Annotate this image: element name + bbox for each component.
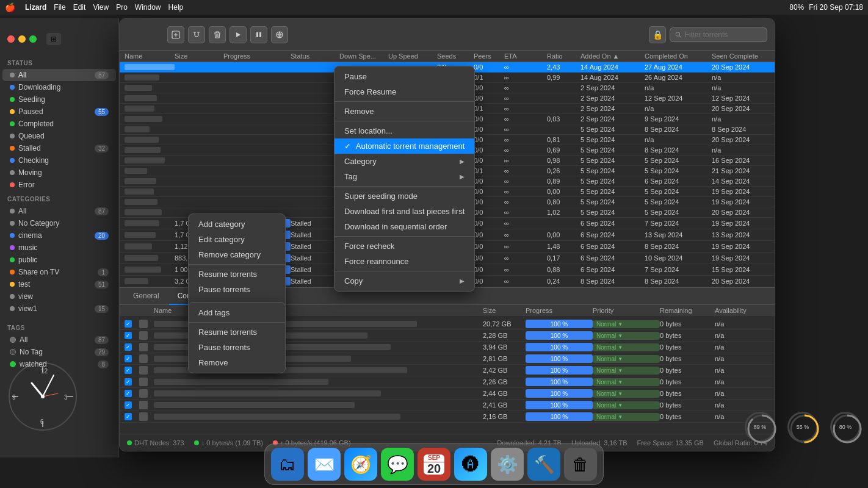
row-priority[interactable]: Normal▼: [593, 401, 660, 409]
resume-button[interactable]: [230, 26, 247, 43]
dock-safari[interactable]: 🧭: [344, 448, 377, 481]
sidebar-item-cat-public[interactable]: public: [2, 254, 116, 266]
apple-menu[interactable]: 🍎: [5, 2, 15, 12]
menu-view[interactable]: View: [93, 3, 109, 12]
sidebar-item-queued[interactable]: Queued: [2, 130, 116, 142]
app-name[interactable]: Lizard: [25, 3, 46, 12]
ctx-force-reannounce[interactable]: Force reannounce: [335, 254, 474, 269]
dock-mail[interactable]: ✉️: [308, 448, 341, 481]
row-checkbox[interactable]: ✓: [125, 390, 132, 397]
sidebar-item-completed[interactable]: Completed: [2, 118, 116, 130]
sidebar-item-cat-music[interactable]: music: [2, 242, 116, 254]
dock-xcode[interactable]: 🔨: [527, 448, 560, 481]
search-input[interactable]: [685, 30, 762, 39]
sidebar-item-cat-test[interactable]: test 51: [2, 278, 116, 290]
ctx-tag-remove[interactable]: Remove: [189, 355, 285, 370]
sidebar-item-cat-view[interactable]: view: [2, 290, 116, 303]
ctx-pause[interactable]: Pause: [335, 69, 474, 84]
ctx-cat-resume[interactable]: Resume torrents: [189, 267, 285, 282]
ctx-tag[interactable]: Tag ▶: [335, 169, 474, 184]
svg-point-6: [748, 415, 775, 442]
add-torrent-button[interactable]: [167, 26, 184, 43]
row-priority[interactable]: Normal▼: [593, 390, 660, 398]
ctx-add-tags[interactable]: Add tags: [189, 305, 285, 320]
row-remaining: 0 bytes: [660, 343, 715, 351]
ctx-copy[interactable]: Copy ▶: [335, 273, 474, 289]
row-priority[interactable]: Normal▼: [593, 378, 660, 386]
row-priority[interactable]: Normal▼: [593, 332, 660, 340]
dock-messages[interactable]: 💬: [381, 448, 414, 481]
sidebar-item-seeding[interactable]: Seeding: [2, 93, 116, 106]
maximize-button[interactable]: [29, 35, 37, 43]
menu-window[interactable]: Window: [135, 3, 161, 12]
menu-edit[interactable]: Edit: [73, 3, 86, 12]
ctx-dl-sequential[interactable]: Download in sequential order: [335, 219, 474, 234]
row-checkbox[interactable]: ✓: [125, 332, 132, 339]
ctx-edit-category[interactable]: Edit category: [189, 232, 285, 247]
ctx-remove-category[interactable]: Remove category: [189, 247, 285, 262]
sidebar-item-downloading[interactable]: Downloading: [2, 81, 116, 93]
menu-pro[interactable]: Pro: [116, 3, 128, 12]
ctx-tag-resume[interactable]: Resume torrents: [189, 325, 285, 340]
sidebar-item-cat-cinema[interactable]: cinema 20: [2, 229, 116, 242]
sidebar-item-cat-view1[interactable]: view1 15: [2, 303, 116, 315]
row-priority[interactable]: Normal▼: [593, 413, 660, 421]
ctx-dl-first-last[interactable]: Download first and last pieces first: [335, 204, 474, 219]
sidebar-item-checking[interactable]: Checking: [2, 154, 116, 167]
sidebar-item-cat-all[interactable]: All 87: [2, 205, 116, 217]
row-checkbox[interactable]: ✓: [125, 320, 132, 328]
cat-none-label: No Category: [18, 219, 109, 228]
globe-button[interactable]: [271, 26, 288, 43]
search-box[interactable]: [670, 27, 767, 42]
dock-trash[interactable]: 🗑: [564, 448, 597, 481]
menu-help[interactable]: Help: [168, 3, 184, 12]
ctx-category[interactable]: Category ▶: [335, 154, 474, 169]
ctx-super-seed[interactable]: Super seeding mode: [335, 188, 474, 204]
sidebar-item-stalled[interactable]: Stalled 32: [2, 142, 116, 154]
row-priority[interactable]: Normal▼: [593, 367, 660, 375]
sidebar-toggle[interactable]: ⊞: [46, 33, 61, 45]
row-name: [125, 267, 161, 273]
row-checkbox[interactable]: ✓: [125, 401, 132, 409]
dock-appstore[interactable]: 🅐: [454, 448, 487, 481]
sidebar-item-tag-none[interactable]: No Tag 79: [2, 346, 116, 358]
row-checkbox[interactable]: ✓: [125, 343, 132, 351]
sidebar-item-moving[interactable]: Moving: [2, 167, 116, 179]
add-magnet-button[interactable]: [188, 26, 205, 43]
row-priority[interactable]: Normal▼: [593, 355, 660, 363]
row-checkbox[interactable]: ✓: [125, 378, 132, 386]
pause-button[interactable]: [250, 26, 267, 43]
detail-row: ✓ 2,44 GB 100 % Normal▼ 0 bytes n/a: [120, 388, 775, 400]
ctx-tag-pause[interactable]: Pause torrents: [189, 340, 285, 355]
tab-general[interactable]: General: [125, 288, 168, 305]
sidebar-item-cat-none[interactable]: No Category: [2, 217, 116, 229]
dock-finder[interactable]: 🗂: [271, 448, 304, 481]
dock-settings[interactable]: ⚙️: [491, 448, 524, 481]
row-checkbox[interactable]: ✓: [125, 413, 132, 420]
sidebar-item-cat-share[interactable]: Share on TV 1: [2, 266, 116, 278]
sidebar-item-error[interactable]: Error: [2, 179, 116, 191]
row-checkbox[interactable]: ✓: [125, 367, 132, 374]
cat-cinema-count: 20: [95, 232, 109, 240]
row-ratio: 0,69: [547, 146, 580, 154]
close-button[interactable]: [7, 35, 15, 43]
ctx-force-recheck[interactable]: Force recheck: [335, 239, 474, 254]
ctx-force-resume[interactable]: Force Resume: [335, 84, 474, 99]
ctx-add-category[interactable]: Add category: [189, 217, 285, 232]
lock-button[interactable]: 🔒: [649, 26, 666, 43]
ctx-set-location[interactable]: Set location...: [335, 123, 474, 138]
row-priority[interactable]: Normal▼: [593, 343, 660, 351]
ctx-cat-pause[interactable]: Pause torrents: [189, 282, 285, 297]
row-ratio: 0,81: [547, 136, 580, 143]
ctx-remove[interactable]: Remove: [335, 104, 474, 119]
delete-button[interactable]: [209, 26, 226, 43]
menu-file[interactable]: File: [54, 3, 65, 12]
minimize-button[interactable]: [18, 35, 26, 43]
sidebar-item-paused[interactable]: Paused 55: [2, 106, 116, 118]
row-priority[interactable]: Normal▼: [593, 320, 660, 328]
sidebar-item-all[interactable]: All 87: [2, 69, 116, 81]
dock-calendar[interactable]: SEP 20: [418, 448, 450, 481]
row-checkbox[interactable]: ✓: [125, 355, 132, 362]
ctx-auto-manage[interactable]: Automatic torrent management: [335, 138, 474, 154]
sidebar-item-tag-all[interactable]: All 87: [2, 334, 116, 346]
